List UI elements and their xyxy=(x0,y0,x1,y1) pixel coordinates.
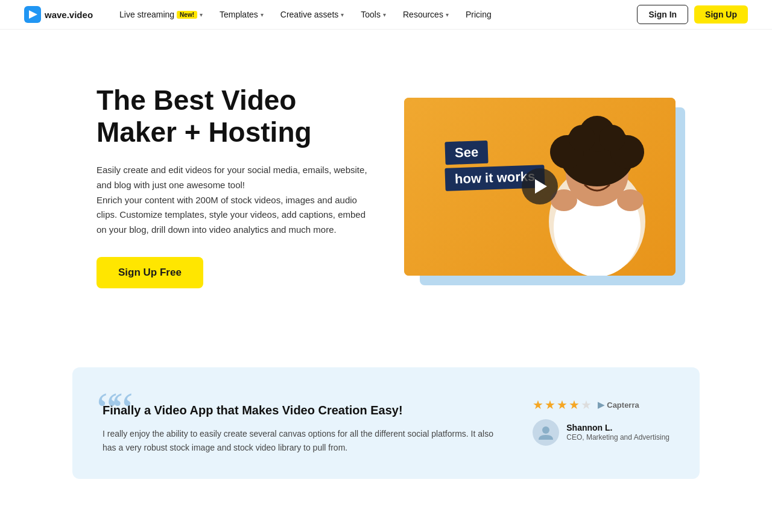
capterra-badge: ▶ Capterra xyxy=(598,400,639,410)
testimonial-left: Finally a Video App that Makes Video Cre… xyxy=(103,397,496,455)
star-1: ★ xyxy=(533,397,543,412)
chevron-down-icon: ▾ xyxy=(200,11,203,18)
nav-item-templates[interactable]: Templates ▾ xyxy=(212,6,271,23)
logo[interactable]: wave.video xyxy=(24,6,93,23)
svg-point-12 xyxy=(617,189,644,211)
video-overlay-line1: See xyxy=(445,140,488,164)
nav-item-livestreaming[interactable]: Live streaming New! ▾ xyxy=(112,6,210,23)
hero-section: The Best Video Maker + Hosting Easily cr… xyxy=(0,30,772,343)
nav-label-templates: Templates xyxy=(220,10,258,19)
signup-free-button[interactable]: Sign Up Free xyxy=(96,257,203,288)
hero-description: Easily create and edit videos for your s… xyxy=(96,163,368,238)
capterra-label: Capterra xyxy=(607,401,639,410)
testimonial-section: ““ Finally a Video App that Makes Video … xyxy=(0,343,772,509)
reviewer-details: Shannon L. CEO, Marketing and Advertisin… xyxy=(566,423,669,443)
star-5: ★ xyxy=(581,397,592,412)
hero-desc-2: Enrich your content with 200M of stock v… xyxy=(96,195,365,235)
testimonial-right: ★ ★ ★ ★ ★ ▶ Capterra xyxy=(533,397,669,446)
chevron-down-icon: ▾ xyxy=(261,11,264,18)
chevron-down-icon: ▾ xyxy=(446,11,449,18)
brand-name: wave.video xyxy=(45,10,93,20)
nav-item-creative-assets[interactable]: Creative assets ▾ xyxy=(273,6,351,23)
signup-button[interactable]: Sign Up xyxy=(694,5,748,24)
nav-badge-new: New! xyxy=(177,11,197,19)
nav-label-resources: Resources xyxy=(403,10,443,19)
hero-video[interactable]: See how it works xyxy=(404,98,676,276)
navbar: wave.video Live streaming New! ▾ Templat… xyxy=(0,0,772,30)
hero-title: The Best Video Maker + Hosting xyxy=(96,84,368,148)
play-button[interactable] xyxy=(522,168,558,204)
testimonial-card: ““ Finally a Video App that Makes Video … xyxy=(72,367,700,479)
hero-desc-1: Easily create and edit videos for your s… xyxy=(96,165,367,190)
logo-icon xyxy=(24,6,41,23)
testimonial-text: I really enjoy the ability to easily cre… xyxy=(103,427,496,455)
hero-left: The Best Video Maker + Hosting Easily cr… xyxy=(96,84,368,288)
star-3: ★ xyxy=(557,397,568,412)
avatar-icon xyxy=(537,424,554,441)
signin-button[interactable]: Sign In xyxy=(637,5,688,24)
testimonial-title: Finally a Video App that Makes Video Cre… xyxy=(103,404,496,417)
reviewer-name: Shannon L. xyxy=(566,423,669,432)
nav-item-resources[interactable]: Resources ▾ xyxy=(396,6,456,23)
capterra-icon: ▶ xyxy=(598,400,604,410)
rating-row: ★ ★ ★ ★ ★ ▶ Capterra xyxy=(533,397,669,412)
quote-marks: ““ xyxy=(96,385,127,434)
nav-label-pricing: Pricing xyxy=(466,10,492,19)
star-2: ★ xyxy=(545,397,555,412)
reviewer-title: CEO, Marketing and Advertising xyxy=(566,432,669,443)
video-background: See how it works xyxy=(404,98,676,276)
reviewer-avatar xyxy=(533,419,559,446)
star-4: ★ xyxy=(569,397,580,412)
nav-item-pricing[interactable]: Pricing xyxy=(458,6,499,23)
nav-label-creative-assets: Creative assets xyxy=(280,10,338,19)
hero-right: See how it works xyxy=(404,98,676,276)
star-rating: ★ ★ ★ ★ ★ xyxy=(533,397,592,412)
nav-label-tools: Tools xyxy=(361,10,381,19)
chevron-down-icon: ▾ xyxy=(383,11,386,18)
svg-point-10 xyxy=(599,125,625,151)
reviewer-info: Shannon L. CEO, Marketing and Advertisin… xyxy=(533,419,669,446)
chevron-down-icon: ▾ xyxy=(341,11,344,18)
nav-items: Live streaming New! ▾ Templates ▾ Creati… xyxy=(112,6,637,23)
nav-label-livestreaming: Live streaming xyxy=(119,10,174,19)
svg-point-9 xyxy=(569,125,595,151)
play-icon xyxy=(535,179,547,194)
nav-actions: Sign In Sign Up xyxy=(637,5,748,24)
nav-item-tools[interactable]: Tools ▾ xyxy=(353,6,393,23)
svg-point-13 xyxy=(542,426,549,434)
